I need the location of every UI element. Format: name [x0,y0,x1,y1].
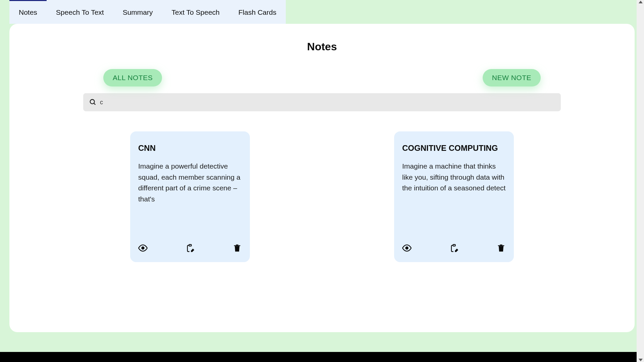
search-container[interactable] [83,93,561,111]
edit-clipboard-icon[interactable] [185,243,195,253]
note-card-body: Imagine a powerful detective squad, each… [138,161,242,235]
scroll-down-icon[interactable] [639,359,643,361]
search-icon [89,99,97,106]
svg-point-0 [90,100,95,104]
tab-notes[interactable]: Notes [9,0,47,24]
svg-rect-5 [453,245,455,246]
new-note-button[interactable]: NEW NOTE [483,69,541,86]
note-card: COGNITIVE COMPUTING Imagine a machine th… [394,131,514,262]
note-card-body: Imagine a machine that thinks like you, … [402,161,506,235]
note-card: CNN Imagine a powerful detective squad, … [130,131,250,262]
svg-point-2 [142,247,144,249]
tab-summary[interactable]: Summary [113,0,162,24]
footer-bar [0,352,644,362]
edit-clipboard-icon[interactable] [449,243,459,253]
tab-flash-cards[interactable]: Flash Cards [229,0,286,24]
main-panel: Notes ALL NOTES NEW NOTE CNN Imagine a p… [9,24,635,332]
search-input[interactable] [100,99,555,106]
page-wrapper: Notes Speech To Text Summary Text To Spe… [0,0,644,362]
eye-icon[interactable] [402,243,412,253]
card-actions [138,243,242,253]
cards-row: CNN Imagine a powerful detective squad, … [30,131,614,262]
scroll-up-icon[interactable] [639,1,643,3]
svg-point-4 [406,247,408,249]
tabs-container: Notes Speech To Text Summary Text To Spe… [9,0,286,24]
scrollbar-track[interactable] [637,0,644,362]
trash-icon[interactable] [232,243,242,253]
tab-text-to-speech[interactable]: Text To Speech [162,0,229,24]
note-card-title: COGNITIVE COMPUTING [402,143,506,153]
svg-rect-3 [189,245,191,246]
all-notes-button[interactable]: ALL NOTES [103,69,162,86]
tab-speech-to-text[interactable]: Speech To Text [47,0,113,24]
eye-icon[interactable] [138,243,148,253]
button-row: ALL NOTES NEW NOTE [30,69,614,86]
trash-icon[interactable] [496,243,506,253]
svg-line-1 [94,103,96,105]
note-card-title: CNN [138,143,242,153]
card-actions [402,243,506,253]
page-title: Notes [30,41,614,53]
